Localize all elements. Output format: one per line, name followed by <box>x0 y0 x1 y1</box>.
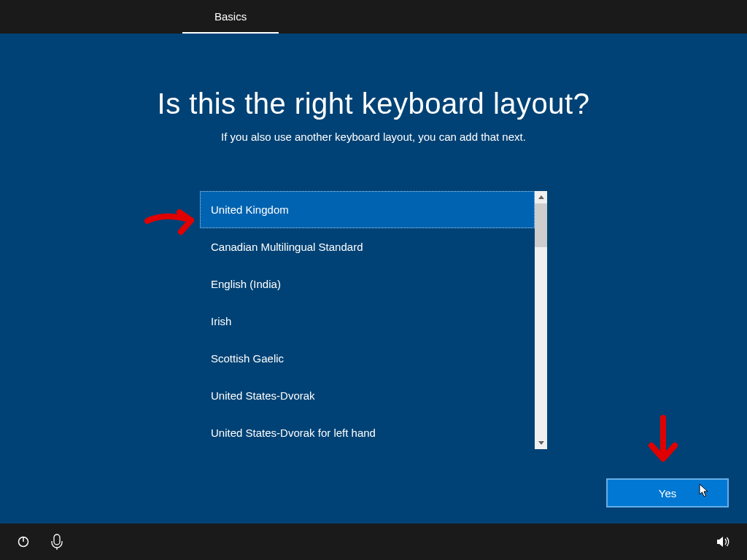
page-subtitle: If you also use another keyboard layout,… <box>221 131 526 143</box>
scroll-thumb[interactable] <box>535 203 547 247</box>
accessibility-icon[interactable] <box>50 534 64 549</box>
scroll-up-icon[interactable] <box>535 191 547 203</box>
bottom-right-icons <box>716 534 731 549</box>
keyboard-layout-listbox: United Kingdom Canadian Multilingual Sta… <box>200 191 547 449</box>
list-item[interactable]: Canadian Multilingual Standard <box>200 228 535 265</box>
main-content: Is this the right keyboard layout? If yo… <box>0 34 747 524</box>
power-icon[interactable] <box>16 534 31 549</box>
list-item[interactable]: Irish <box>200 303 535 340</box>
list-item[interactable]: English (India) <box>200 265 535 303</box>
bottom-left-icons <box>16 534 64 549</box>
page-title: Is this the right keyboard layout? <box>158 88 590 120</box>
keyboard-layout-list[interactable]: United Kingdom Canadian Multilingual Sta… <box>200 191 535 449</box>
bottom-bar <box>0 524 747 560</box>
volume-icon[interactable] <box>716 534 731 549</box>
scroll-down-icon[interactable] <box>535 437 547 449</box>
yes-button-label: Yes <box>659 487 676 499</box>
scrollbar[interactable] <box>535 191 547 449</box>
list-item[interactable]: United States-Dvorak for left hand <box>200 414 535 449</box>
list-item[interactable]: Scottish Gaelic <box>200 340 535 377</box>
svg-rect-2 <box>54 534 60 545</box>
yes-button[interactable]: Yes <box>606 478 729 508</box>
list-item[interactable]: United Kingdom <box>200 191 535 228</box>
tab-basics[interactable]: Basics <box>182 0 279 34</box>
top-bar: Basics <box>0 0 747 34</box>
list-item[interactable]: United States-Dvorak <box>200 377 535 414</box>
